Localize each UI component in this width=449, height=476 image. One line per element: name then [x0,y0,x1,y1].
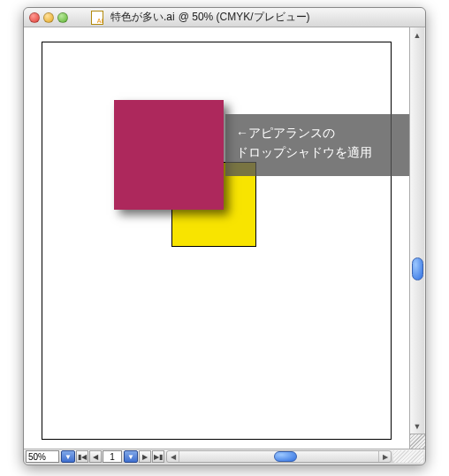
app-window: 特色が多い.ai @ 50% (CMYK/プレビュー) ←アピアランスの ドロッ… [23,7,426,465]
scroll-right-icon[interactable]: ▶ [378,451,391,462]
close-icon[interactable] [29,12,40,23]
scroll-left-icon[interactable]: ◀ [167,451,179,462]
prev-page-button[interactable]: ◀ [89,450,102,463]
page-menu-button[interactable]: ▼ [124,450,138,463]
annotation-overlay: ←アピアランスの ドロップシャドウを適用 [225,114,418,176]
minimize-icon[interactable] [43,12,54,23]
annotation-line2: ドロップシャドウを適用 [236,142,407,162]
next-page-button[interactable]: ▶ [139,450,151,463]
annotation-line1: ←アピアランスの [236,123,407,142]
page-number-field[interactable]: 1 [103,450,122,463]
vertical-scroll-thumb[interactable] [412,257,423,280]
magenta-square[interactable] [114,100,224,210]
window-title-suffix: @ 50% (CMYK/プレビュー) [179,10,310,25]
scroll-down-icon[interactable]: ▼ [410,418,424,434]
horizontal-scrollbar[interactable]: ◀ ▶ [166,450,392,463]
canvas-area[interactable]: ←アピアランスの ドロップシャドウを適用 [24,27,409,449]
first-page-button[interactable]: ▮◀ [76,450,88,463]
document-icon [91,11,103,25]
zoom-icon[interactable] [57,12,68,23]
window-title-filename: 特色が多い.ai [110,10,175,25]
titlebar: 特色が多い.ai @ 50% (CMYK/プレビュー) [24,8,425,27]
horizontal-scroll-thumb[interactable] [274,451,297,462]
last-page-button[interactable]: ▶▮ [152,450,164,463]
resize-grip-icon[interactable] [410,434,425,449]
vertical-scrollbar[interactable]: ▲ ▼ [409,27,424,449]
statusbar-grip-icon [393,450,423,463]
zoom-field[interactable]: 50% [26,450,59,463]
statusbar: 50% ▼ ▮◀ ◀ 1 ▼ ▶ ▶▮ ◀ ▶ [24,449,425,464]
zoom-menu-button[interactable]: ▼ [61,450,75,463]
scroll-up-icon[interactable]: ▲ [410,27,424,42]
